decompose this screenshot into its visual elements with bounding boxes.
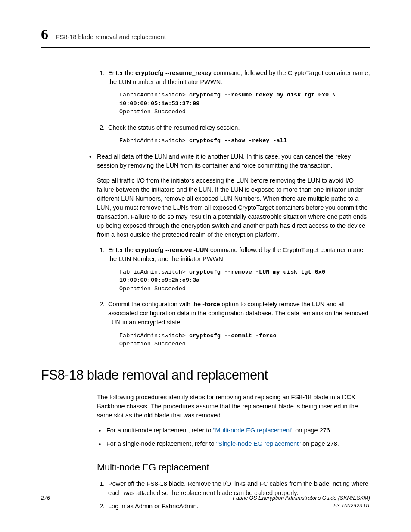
section-bullet-2: For a single-node replacement, refer to …	[97, 439, 370, 448]
sub2-cmd: -force	[202, 301, 220, 308]
multi-node-link[interactable]: "Multi-node EG replacement"	[213, 427, 293, 434]
bullet-list: Read all data off the LUN and write it t…	[87, 152, 370, 348]
step-1-cmd: cryptocfg --resume_rekey	[135, 69, 212, 76]
bullet-1-p1: Read all data off the LUN and write it t…	[97, 152, 370, 170]
chapter-number: 6	[41, 24, 48, 45]
sub1-code: FabricAdmin:switch> cryptocfg --remove -…	[119, 268, 370, 293]
sub1-cmd: cryptocfg --remove -LUN	[135, 246, 209, 253]
sub1-text-a: Enter the	[108, 246, 135, 253]
section-bullet-1: For a multi-node replacement, refer to "…	[97, 426, 370, 435]
step-1-text-a: Enter the	[108, 69, 135, 76]
step-1: Enter the cryptocfg --resume_rekey comma…	[106, 68, 370, 116]
sub2-code: FabricAdmin:switch> cryptocfg --commit -…	[119, 332, 370, 348]
procedure-list-1: Enter the cryptocfg --resume_rekey comma…	[97, 68, 370, 145]
step-1-code: FabricAdmin:switch> cryptocfg --resume_r…	[119, 91, 370, 116]
page-number: 276	[41, 494, 50, 510]
sub-step-2: Commit the configuration with the -force…	[106, 300, 370, 348]
sub-procedure-list: Enter the cryptocfg --remove -LUN comman…	[97, 246, 370, 348]
bullet-1: Read all data off the LUN and write it t…	[87, 152, 370, 348]
bullet-1-p2: Stop all traffic I/O from the initiators…	[97, 176, 370, 240]
single-node-link[interactable]: "Single-node EG replacement"	[216, 440, 301, 447]
step-2-text: Check the status of the resumed rekey se…	[108, 124, 240, 131]
step-2: Check the status of the resumed rekey se…	[106, 123, 370, 145]
running-header: 6 FS8-18 blade removal and replacement	[41, 24, 370, 48]
step-2-code: FabricAdmin:switch> cryptocfg --show -re…	[119, 137, 370, 145]
page-footer: 276 Fabric OS Encryption Administrator's…	[41, 494, 370, 510]
section-bullets: For a multi-node replacement, refer to "…	[97, 426, 370, 448]
section-intro: The following procedures identify steps …	[97, 393, 370, 420]
header-title: FS8-18 blade removal and replacement	[56, 33, 166, 42]
footer-doc-info: Fabric OS Encryption Administrator's Gui…	[233, 494, 370, 510]
subsection-heading: Multi-node EG replacement	[97, 460, 370, 474]
sub2-text-a: Commit the configuration with the	[108, 301, 202, 308]
section-heading: FS8-18 blade removal and replacement	[41, 366, 370, 385]
sub-step-1: Enter the cryptocfg --remove -LUN comman…	[106, 246, 370, 293]
